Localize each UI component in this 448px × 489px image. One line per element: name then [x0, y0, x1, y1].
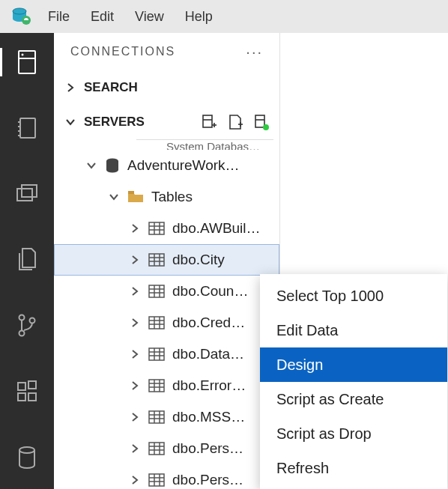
chevron-right-icon [129, 474, 141, 486]
table-icon [148, 285, 165, 298]
files-icon [16, 247, 38, 273]
table-label: dbo.Coun… [172, 283, 248, 300]
svg-rect-19 [28, 381, 36, 389]
svg-rect-3 [19, 51, 35, 73]
svg-point-14 [19, 331, 25, 336]
svg-rect-16 [18, 383, 25, 390]
activity-files[interactable] [0, 240, 54, 280]
tree-database-node[interactable]: AdventureWork… [54, 150, 279, 181]
svg-rect-32 [149, 222, 164, 234]
svg-rect-67 [149, 443, 164, 455]
tree-table-node[interactable]: dbo.Pers… [54, 433, 279, 464]
context-menu-item[interactable]: Script as Drop [260, 416, 447, 451]
table-label: dbo.Cred… [172, 315, 245, 331]
server-icon [16, 49, 38, 75]
cut-label: System Databas… [166, 140, 260, 150]
activity-notebooks[interactable] [0, 108, 54, 148]
svg-rect-42 [149, 285, 164, 297]
tree-tables-folder[interactable]: Tables [54, 181, 279, 213]
menubar: File Edit View Help [0, 0, 448, 33]
chevron-right-icon [129, 222, 141, 234]
context-menu-item[interactable]: Select Top 1000 [260, 279, 447, 313]
table-icon [148, 379, 165, 392]
new-connection-icon[interactable] [202, 114, 217, 130]
context-menu-item[interactable]: Edit Data [260, 313, 447, 347]
connections-sidebar: CONNECTIONS ··· SEARCH SERVERS [54, 33, 280, 489]
context-menu-item[interactable]: Script as Create [260, 382, 447, 416]
table-icon [148, 410, 165, 424]
panel-header: CONNECTIONS ··· [54, 33, 279, 70]
chevron-right-icon [129, 317, 141, 329]
activity-connections[interactable] [0, 42, 54, 82]
svg-rect-72 [149, 474, 164, 486]
chevron-right-icon [129, 443, 141, 455]
svg-rect-31 [128, 191, 134, 194]
svg-rect-37 [149, 254, 164, 266]
branch-icon [16, 313, 38, 338]
svg-rect-27 [255, 115, 264, 127]
table-icon [148, 222, 165, 235]
svg-point-29 [263, 124, 269, 130]
menu-edit[interactable]: Edit [80, 0, 124, 33]
svg-rect-21 [203, 115, 212, 127]
svg-rect-6 [20, 118, 35, 138]
table-icon [148, 473, 165, 487]
svg-rect-52 [149, 348, 164, 360]
activity-source-control[interactable] [0, 306, 54, 346]
panel-title: CONNECTIONS [70, 45, 175, 58]
search-section[interactable]: SEARCH [54, 70, 279, 105]
menu-help[interactable]: Help [175, 0, 223, 33]
new-query-icon[interactable] [227, 114, 243, 130]
menu-file[interactable]: File [37, 0, 80, 33]
tree-table-node[interactable]: dbo.Pers… [54, 464, 279, 489]
table-label: dbo.AWBuil… [172, 220, 261, 237]
database-label: AdventureWork… [127, 157, 240, 174]
folder-icon [127, 190, 144, 204]
svg-rect-18 [28, 393, 36, 401]
tree-table-node[interactable]: dbo.Coun… [54, 276, 279, 307]
panel-more-icon[interactable]: ··· [246, 43, 263, 61]
database-icon [105, 157, 120, 174]
table-label: dbo.Data… [172, 346, 244, 362]
object-explorer-tree: System Databas… AdventureWork… Tables [54, 139, 279, 489]
table-icon [148, 442, 165, 455]
svg-point-15 [30, 318, 35, 324]
table-icon [148, 253, 165, 267]
activity-explorer[interactable] [0, 174, 54, 214]
table-context-menu: Select Top 1000Edit DataDesignScript as … [260, 274, 447, 489]
tree-table-node[interactable]: dbo.Data… [54, 338, 279, 370]
extensions-icon [16, 380, 38, 403]
context-menu-item[interactable]: Refresh [260, 451, 447, 485]
svg-point-20 [19, 447, 34, 453]
svg-rect-17 [18, 393, 25, 401]
app-logo [4, 0, 37, 33]
windows-icon [15, 183, 39, 205]
servers-label: SERVERS [84, 115, 145, 130]
chevron-right-icon [64, 82, 76, 94]
tree-table-node[interactable]: dbo.Error… [54, 370, 279, 401]
table-label: dbo.Pers… [172, 440, 243, 457]
chevron-right-icon [129, 348, 141, 360]
chevron-down-icon [108, 191, 120, 203]
chevron-down-icon [85, 160, 97, 171]
active-connections-icon[interactable] [254, 114, 269, 130]
activity-database[interactable] [0, 437, 54, 478]
activity-extensions[interactable] [0, 371, 54, 412]
table-label: dbo.Pers… [172, 472, 243, 488]
chevron-down-icon [64, 116, 76, 128]
menu-view[interactable]: View [124, 0, 175, 33]
tree-table-node[interactable]: dbo.Cred… [54, 307, 279, 338]
notebook-icon [16, 116, 38, 140]
table-label: dbo.MSS… [172, 409, 245, 425]
table-icon [148, 316, 165, 329]
tree-table-node[interactable]: dbo.AWBuil… [54, 213, 279, 244]
tree-table-node[interactable]: dbo.City [54, 244, 279, 276]
table-icon [148, 347, 165, 361]
cylinder-icon [17, 446, 37, 470]
chevron-right-icon [129, 380, 141, 392]
tree-cut-row: System Databas… [136, 139, 273, 150]
search-label: SEARCH [84, 80, 138, 95]
servers-section[interactable]: SERVERS [54, 105, 279, 139]
context-menu-item[interactable]: Design [260, 347, 447, 382]
tree-table-node[interactable]: dbo.MSS… [54, 401, 279, 433]
